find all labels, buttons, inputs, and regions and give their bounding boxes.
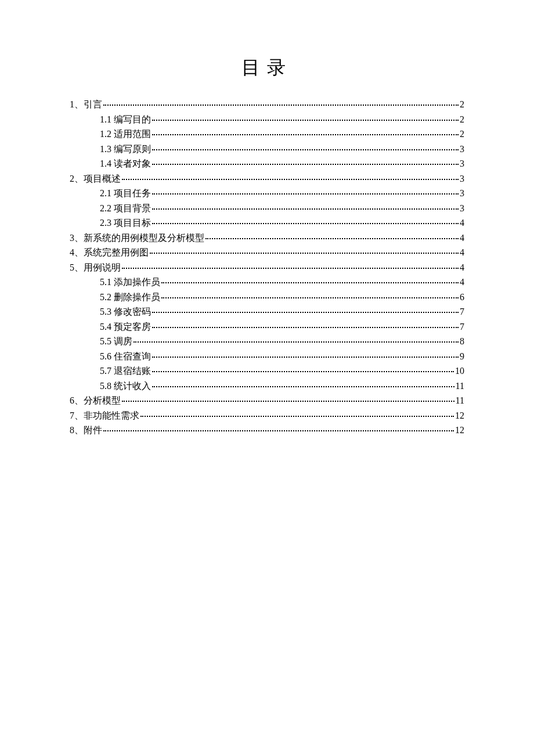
toc-entry-page: 9 [460,349,464,364]
toc-entry-page: 7 [460,319,464,334]
toc-entry-label: 1.3 编写原则 [100,142,151,157]
toc-entry: 2.2 项目背景3 [70,201,464,216]
toc-entry-prefix: 6、 [70,393,84,408]
toc-entry-label: 附件 [84,423,102,438]
toc-entry: 5.4 预定客房7 [70,319,464,334]
toc-leader-dots [152,134,459,135]
toc-entry: 5.7 退宿结账10 [70,363,464,379]
toc-entry-label: 引言 [84,97,102,112]
toc-entry: 2.3 项目目标4 [70,215,464,231]
toc-entry: 3、新系统的用例模型及分析模型4 [70,231,464,246]
toc-entry-label: 1.2 适用范围 [100,127,151,142]
toc-leader-dots [161,297,459,298]
toc-leader-dots [152,193,459,195]
toc-entry-label: 新系统的用例模型及分析模型 [84,231,204,246]
toc-entry-page: 4 [460,215,464,231]
toc-entry-page: 7 [460,304,464,319]
toc-entry-label: 2.2 项目背景 [100,201,151,216]
toc-entry-label: 非功能性需求 [84,408,139,423]
toc-leader-dots [152,208,459,210]
toc-entry-label: 5.4 预定客房 [100,319,151,334]
toc-leader-dots [134,341,459,343]
toc-entry: 5.8 统计收入11 [70,379,464,394]
toc-entry-label: 用例说明 [84,260,121,275]
toc-entry-page: 2 [460,97,464,112]
toc-entry-page: 3 [460,186,464,201]
toc-entry-label: 1.1 编写目的 [100,112,151,127]
toc-leader-dots [152,327,459,328]
toc-list: 1、引言21.1 编写目的21.2 适用范围21.3 编写原则31.4 读者对象… [70,97,464,438]
toc-entry-label: 5.3 修改密码 [100,304,151,319]
toc-entry-label: 分析模型 [84,393,121,408]
toc-entry-page: 8 [460,334,464,349]
toc-leader-dots [152,312,459,313]
toc-entry-label: 5.2 删除操作员 [100,290,160,305]
toc-leader-dots [152,149,459,150]
toc-entry-prefix: 5、 [70,260,84,275]
toc-leader-dots [103,105,459,106]
toc-leader-dots [122,179,459,180]
toc-entry-label: 2.3 项目目标 [100,215,151,231]
toc-entry: 1.3 编写原则3 [70,142,464,157]
toc-leader-dots [152,164,459,165]
toc-entry-label: 系统完整用例图 [84,245,149,260]
toc-entry-label: 5.5 调房 [100,334,132,349]
toc-entry: 5.2 删除操作员6 [70,290,464,305]
toc-entry-page: 11 [456,393,464,408]
toc-entry-label: 项目概述 [84,171,121,186]
toc-entry: 7、非功能性需求12 [70,408,464,423]
toc-entry-prefix: 1、 [70,97,84,112]
toc-entry: 1、引言2 [70,97,464,112]
toc-entry: 1.4 读者对象3 [70,156,464,171]
toc-entry-prefix: 4、 [70,245,84,260]
toc-leader-dots [205,238,459,239]
toc-entry: 8、附件12 [70,423,464,438]
toc-entry-label: 2.1 项目任务 [100,186,151,201]
toc-entry-page: 4 [460,245,464,260]
toc-entry-page: 4 [460,275,464,290]
toc-entry-page: 4 [460,260,464,275]
toc-entry: 6、分析模型11 [70,393,464,408]
toc-title: 目录 [70,55,464,81]
toc-entry-page: 11 [456,379,464,394]
toc-entry: 4、系统完整用例图4 [70,245,464,260]
toc-entry-page: 6 [460,290,464,305]
toc-leader-dots [152,120,459,121]
toc-leader-dots [161,282,459,283]
toc-entry: 5.3 修改密码7 [70,304,464,319]
toc-entry-label: 5.6 住宿查询 [100,349,151,364]
toc-entry-page: 10 [455,363,464,379]
toc-entry-page: 3 [460,201,464,216]
toc-leader-dots [122,268,459,269]
toc-entry-prefix: 7、 [70,408,84,423]
toc-entry-page: 12 [455,408,464,423]
toc-leader-dots [150,253,459,254]
toc-entry: 1.1 编写目的2 [70,112,464,127]
toc-entry: 2.1 项目任务3 [70,186,464,201]
toc-entry-page: 3 [460,142,464,157]
toc-entry-page: 3 [460,171,464,186]
toc-entry: 1.2 适用范围2 [70,127,464,142]
toc-entry: 5、用例说明4 [70,260,464,275]
toc-entry-label: 1.4 读者对象 [100,156,151,171]
toc-entry: 5.5 调房8 [70,334,464,349]
toc-leader-dots [152,223,459,224]
toc-entry: 5.1 添加操作员4 [70,275,464,290]
toc-entry-label: 5.1 添加操作员 [100,275,160,290]
toc-entry-page: 4 [460,231,464,246]
toc-entry: 5.6 住宿查询9 [70,349,464,364]
toc-entry-label: 5.7 退宿结账 [100,363,151,379]
toc-leader-dots [122,401,454,402]
toc-leader-dots [152,357,459,358]
toc-entry: 2、项目概述3 [70,171,464,186]
toc-entry-page: 2 [460,112,464,127]
toc-entry-prefix: 8、 [70,423,84,438]
toc-entry-prefix: 2、 [70,171,84,186]
toc-leader-dots [140,416,454,417]
toc-entry-prefix: 3、 [70,231,84,246]
toc-entry-page: 2 [460,127,464,142]
toc-leader-dots [152,386,454,387]
toc-entry-label: 5.8 统计收入 [100,379,151,394]
toc-leader-dots [152,371,454,372]
toc-leader-dots [103,430,454,431]
